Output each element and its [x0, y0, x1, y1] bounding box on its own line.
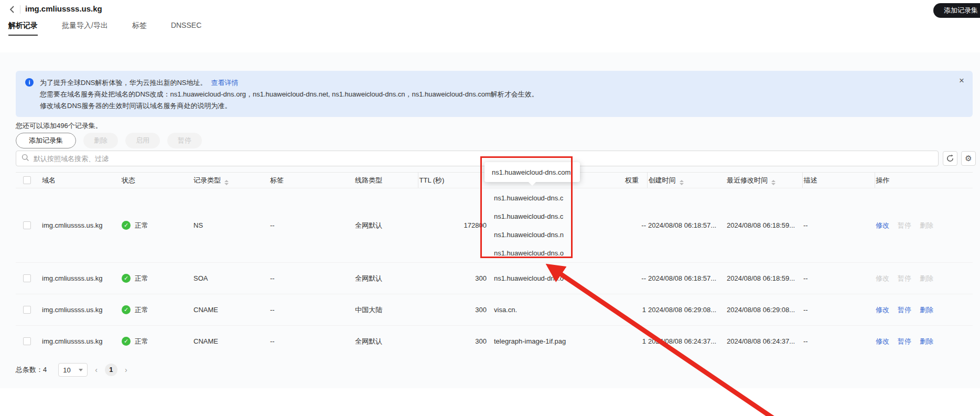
chevron-down-icon [79, 369, 83, 371]
row-checkbox[interactable] [23, 274, 31, 282]
current-page[interactable]: 1 [105, 364, 117, 376]
tab-dnssec[interactable]: DNSSEC [171, 21, 201, 36]
table-row: img.cmliussss.us.kg ✓正常 SOA -- 全网默认 300 … [16, 263, 973, 294]
row-checkbox[interactable] [23, 221, 31, 229]
action-pause[interactable]: 暂停 [898, 337, 911, 345]
search-bar [16, 151, 939, 166]
action-edit[interactable]: 修改 [876, 221, 889, 229]
back-icon[interactable] [7, 4, 18, 15]
cell-domain: img.cmliussss.us.kg [41, 263, 121, 294]
cell-created: 2024/08/08 06:24:37... [647, 326, 726, 357]
col-line: 线路类型 [354, 173, 418, 188]
cell-modified: 2024/08/08 06:24:37... [726, 326, 802, 357]
select-all-checkbox[interactable] [23, 176, 31, 184]
sort-icon[interactable] [680, 180, 684, 185]
col-tag: 标签 [269, 173, 354, 188]
settings-gear-button[interactable]: ⚙ [961, 151, 976, 166]
tab-tags[interactable]: 标签 [132, 21, 147, 36]
info-icon: i [25, 78, 34, 87]
records-table: 域名 状态 记录类型 标签 线路类型 TTL (秒) 权重 创建时间 最近修改时… [16, 172, 973, 357]
pause-button[interactable]: 暂停 [167, 133, 202, 148]
col-desc: 描述 [802, 173, 875, 188]
cell-modified: 2024/08/08 06:18:59... [726, 188, 802, 263]
add-record-button[interactable]: 添加记录集 [16, 133, 76, 148]
cell-created: 2024/08/08 06:18:57... [647, 263, 726, 294]
sort-icon[interactable] [771, 180, 776, 185]
cell-ops: 修改暂停删除 [875, 326, 973, 357]
action-edit[interactable]: 修改 [876, 306, 889, 314]
value-tooltip: ns1.huaweicloud-dns.com. [484, 162, 580, 182]
info-banner: i 为了提升全球DNS解析体验，华为云推出新的NS地址。查看详情 您需要在域名服… [16, 71, 973, 117]
pagination: 总条数：4 10 ‹ 1 › [16, 363, 127, 377]
cell-tag: -- [269, 263, 354, 294]
cell-ttl: 172800 [418, 188, 488, 263]
action-edit[interactable]: 修改 [876, 274, 889, 282]
tab-resolution-records[interactable]: 解析记录 [8, 21, 38, 36]
prev-page-icon[interactable]: ‹ [95, 366, 98, 374]
banner-line-1: 为了提升全球DNS解析体验，华为云推出新的NS地址。查看详情 [40, 77, 952, 89]
total-count-label: 总条数：4 [16, 365, 47, 375]
action-delete[interactable]: 删除 [920, 221, 933, 229]
banner-text-1: 为了提升全球DNS解析体验，华为云推出新的NS地址。 [40, 79, 207, 87]
banner-line-2: 您需要在域名服务商处把域名的DNS改成：ns1.huaweicloud-dns.… [40, 89, 952, 100]
next-page-icon[interactable]: › [125, 366, 127, 374]
action-pause[interactable]: 暂停 [898, 221, 911, 229]
cell-value: visa.cn. [488, 294, 624, 326]
cell-desc: -- [802, 263, 875, 294]
action-pause[interactable]: 暂停 [898, 274, 911, 282]
col-ops: 操作 [875, 173, 973, 188]
cell-status: ✓正常 [121, 188, 192, 263]
top-bar: img.cmliussss.us.kg 添加记录集 [0, 0, 980, 19]
action-pause[interactable]: 暂停 [898, 306, 911, 314]
col-modified[interactable]: 最近修改时间 [726, 173, 802, 188]
col-created[interactable]: 创建时间 [647, 173, 726, 188]
cell-ttl: 300 [418, 326, 488, 357]
cell-created: 2024/08/08 06:18:57... [647, 188, 726, 263]
action-delete[interactable]: 删除 [920, 337, 933, 345]
cell-line: 全网默认 [354, 263, 418, 294]
page-size-select[interactable]: 10 [58, 363, 88, 377]
action-delete[interactable]: 删除 [920, 306, 933, 314]
add-record-button-top[interactable]: 添加记录集 [933, 3, 980, 18]
action-edit[interactable]: 修改 [876, 337, 889, 345]
cell-modified: 2024/08/08 06:18:59... [726, 263, 802, 294]
value-line: ns1.huaweicloud-dns.n [494, 226, 623, 244]
tab-batch-import-export[interactable]: 批量导入/导出 [62, 21, 108, 36]
col-domain: 域名 [41, 173, 121, 188]
search-input[interactable] [34, 155, 933, 163]
value-line: ns1.huaweicloud-dns.o [494, 244, 623, 262]
view-details-link[interactable]: 查看详情 [211, 79, 239, 87]
delete-button[interactable]: 删除 [83, 133, 118, 148]
value-line: ns1.huaweicloud-dns.c [494, 207, 623, 226]
banner-close-icon[interactable]: × [959, 76, 964, 85]
col-status: 状态 [121, 173, 192, 188]
cell-ops: 修改暂停删除 [875, 294, 973, 326]
row-checkbox[interactable] [23, 337, 31, 345]
cell-desc: -- [802, 294, 875, 326]
cell-status: ✓正常 [121, 326, 192, 357]
sort-icon[interactable] [224, 180, 229, 185]
page-title: img.cmliussss.us.kg [25, 4, 102, 13]
col-ttl: TTL (秒) [418, 173, 488, 188]
value-tooltip-text: ns1.huaweicloud-dns.com. [492, 168, 573, 176]
row-checkbox[interactable] [23, 306, 31, 314]
refresh-button[interactable] [943, 151, 957, 166]
status-ok-icon: ✓ [122, 274, 131, 283]
cell-line: 中国大陆 [354, 294, 418, 326]
cell-ops: 修改暂停删除 [875, 263, 973, 294]
cell-tag: -- [269, 188, 354, 263]
tab-bar: 解析记录 批量导入/导出 标签 DNSSEC [8, 21, 201, 36]
cell-status: ✓正常 [121, 294, 192, 326]
enable-button[interactable]: 启用 [125, 133, 160, 148]
cell-weight: -- [624, 188, 647, 263]
action-delete[interactable]: 删除 [920, 274, 933, 282]
cell-ttl: 300 [418, 294, 488, 326]
col-type[interactable]: 记录类型 [192, 173, 269, 188]
status-ok-icon: ✓ [122, 337, 131, 346]
cell-type: NS [192, 188, 269, 263]
quota-text: 您还可以添加496个记录集。 [16, 121, 102, 131]
table-row: img.cmliussss.us.kg ✓正常 CNAME -- 全网默认 30… [16, 326, 973, 357]
cell-domain: img.cmliussss.us.kg [41, 188, 121, 263]
col-weight: 权重 [624, 173, 647, 188]
cell-domain: img.cmliussss.us.kg [41, 326, 121, 357]
